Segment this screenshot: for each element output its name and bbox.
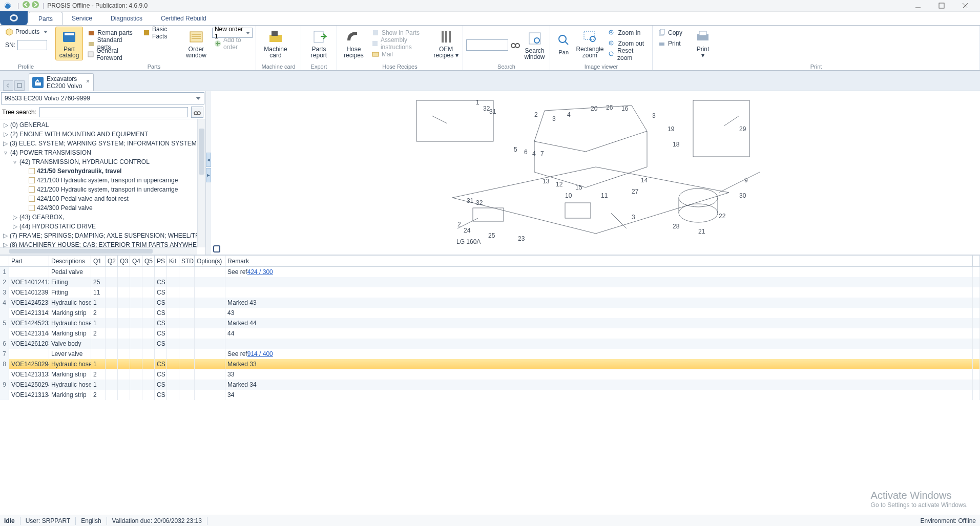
table-row[interactable]: 9VOE14250294Hydraulic hose1CSMarked 34	[0, 380, 980, 390]
svg-point-53	[197, 112, 200, 115]
table-row[interactable]: 1Pedal valveSee ref 424 / 300	[0, 267, 980, 277]
tab-tool-list[interactable]	[14, 80, 25, 91]
maximize-button[interactable]	[930, 0, 953, 11]
col-q3[interactable]: Q3	[118, 256, 130, 266]
table-row[interactable]: VOE14213133Marking strip2CS33	[0, 369, 980, 380]
col-std[interactable]: STD	[179, 256, 195, 266]
image-viewer[interactable]: 13231 234 202616 31918 5647 29930 222128…	[211, 91, 980, 255]
svg-point-44	[609, 52, 613, 56]
grid-body[interactable]: 1Pedal valveSee ref 424 / 3002VOE1401241…	[0, 267, 980, 515]
tree-item[interactable]: ▿(4) POWER TRANSMISSION	[0, 148, 197, 157]
col-q5[interactable]: Q5	[142, 256, 155, 266]
tree-vscroll[interactable]	[197, 119, 205, 247]
tree-item[interactable]: ▷(2) ENGINE WITH MOUNTING AND EQUIPMENT	[0, 130, 197, 139]
tab-diagnostics[interactable]: Diagnostics	[101, 12, 152, 25]
nav-forward-icon[interactable]	[31, 1, 39, 10]
tree-item[interactable]: ▿(42) TRANSMISSION, HYDRAULIC CONTROL	[0, 157, 197, 166]
tree-item[interactable]: 424/100 Pedal valve and foot rest	[0, 194, 197, 203]
tree-item[interactable]: 421/100 Hydraulic system, transport in u…	[0, 176, 197, 185]
nav-back-icon[interactable]	[22, 1, 30, 10]
col-q2[interactable]: Q2	[106, 256, 118, 266]
sn-input[interactable]	[17, 40, 47, 50]
machine-card-button[interactable]: Machinecard	[259, 27, 292, 60]
plus-icon	[214, 39, 221, 48]
splitter-collapse-right-icon[interactable]: ►	[206, 168, 211, 182]
tab-certified-rebuild[interactable]: Certified Rebuild	[152, 12, 216, 25]
svg-text:16: 16	[621, 105, 629, 112]
binoculars-icon[interactable]	[510, 39, 520, 51]
hose-recipes-button[interactable]: Hoserecipes	[340, 27, 367, 60]
zoom-in-button[interactable]: Zoom In	[606, 28, 649, 38]
corner-checkbox[interactable]	[213, 245, 220, 253]
table-row[interactable]: VOE14213143Marking strip2CS43	[0, 308, 980, 318]
close-button[interactable]	[953, 0, 977, 11]
table-row[interactable]: VOE14213144Marking strip2CS44	[0, 328, 980, 339]
tree-item[interactable]: ▷(0) GENERAL	[0, 120, 197, 130]
foreword-icon	[87, 50, 94, 58]
pan-button[interactable]: Pan	[553, 27, 574, 60]
search-window-button[interactable]: Searchwindow	[523, 28, 547, 62]
copy-button[interactable]: Copy	[656, 28, 684, 38]
tree-item[interactable]: 421/50 Servohydraulik, travel	[0, 166, 197, 176]
parts-report-button[interactable]: Partsreport	[304, 27, 333, 60]
tree-item[interactable]: ▷(7) FRAME; SPRINGS; DAMPING; AXLE SUSPE…	[0, 231, 197, 240]
tree-hscroll[interactable]	[0, 247, 197, 255]
tree-item[interactable]: 424/300 Pedal valve	[0, 203, 197, 213]
reset-zoom-button[interactable]: Reset zoom	[606, 49, 649, 59]
col-ps[interactable]: PS	[155, 256, 167, 266]
tree-pane: 99533 EC200 Volvo 2760-9999 Tree search:…	[0, 91, 206, 255]
table-row[interactable]: VOE14213134Marking strip2CS34	[0, 390, 980, 400]
tree-item[interactable]: ▷(43) GEARBOX,	[0, 213, 197, 222]
table-row[interactable]: 8VOE14250294Hydraulic hose1CSMarked 33	[0, 359, 980, 369]
col-opts[interactable]: Option(s)	[195, 256, 225, 266]
table-row[interactable]: 4VOE14245233Hydraulic hose1CSMarked 43	[0, 298, 980, 308]
col-desc[interactable]: Descriptions	[49, 256, 91, 266]
table-row[interactable]: 2VOE14012413Fitting25CS	[0, 277, 980, 287]
rectangle-zoom-button[interactable]: Rectanglezoom	[576, 27, 603, 60]
tree-search-button[interactable]	[191, 107, 203, 118]
products-dropdown[interactable]: Products	[3, 27, 49, 37]
minimize-button[interactable]	[906, 0, 930, 11]
svg-rect-51	[35, 82, 41, 86]
tree-item[interactable]: ▷(8) MACHINERY HOUSE; CAB; EXTERIOR TRIM…	[0, 240, 197, 247]
tab-service[interactable]: Service	[62, 12, 101, 25]
col-q4[interactable]: Q4	[130, 256, 142, 266]
col-q1[interactable]: Q1	[91, 256, 106, 266]
ref-link[interactable]: 424 / 300	[247, 268, 273, 276]
order-window-button[interactable]: Orderwindow	[182, 27, 210, 60]
document-tab[interactable]: ExcavatorsEC200 Volvo ×	[29, 73, 94, 91]
col-remark[interactable]: Remark	[225, 256, 973, 266]
ref-link[interactable]: 914 / 400	[247, 350, 273, 357]
svg-text:30: 30	[739, 192, 746, 199]
export-icon	[311, 29, 327, 45]
search-input[interactable]	[466, 39, 508, 51]
tab-parts[interactable]: Parts	[29, 12, 62, 25]
model-selector[interactable]: 99533 EC200 Volvo 2760-9999	[1, 92, 204, 104]
part-catalog-button[interactable]: Partcatalog	[55, 27, 83, 60]
splitter[interactable]: ◄ ►	[206, 91, 211, 255]
tab-tool-prev[interactable]	[3, 80, 13, 91]
basic-facts-button[interactable]: Basic Facts	[141, 28, 180, 38]
tree-item[interactable]: ▷(44) HYDROSTATIC DRIVE	[0, 222, 197, 231]
tree-item[interactable]: ▷(3) ELEC. SYSTEM; WARNING SYSTEM; INFOR…	[0, 139, 197, 148]
table-row[interactable]: 3VOE14012391Fitting11CS	[0, 287, 980, 298]
tree-item[interactable]: 421/200 Hydraulic system, transport in u…	[0, 185, 197, 194]
svg-text:31: 31	[467, 197, 474, 204]
col-kit[interactable]: Kit	[167, 256, 179, 266]
oem-recipes-button[interactable]: OEMrecipes ▾	[432, 27, 460, 60]
tab-close-icon[interactable]: ×	[84, 78, 91, 85]
col-part[interactable]: Part	[9, 256, 49, 266]
table-row[interactable]: 5VOE14245233Hydraulic hose1CSMarked 44	[0, 318, 980, 328]
app-menu-button[interactable]	[0, 11, 28, 25]
tree[interactable]: ▷(0) GENERAL▷(2) ENGINE WITH MOUNTING AN…	[0, 119, 197, 247]
print-small-button[interactable]: Print	[656, 38, 684, 49]
svg-rect-37	[584, 31, 594, 39]
print-button[interactable]: Print▾	[686, 27, 719, 60]
splitter-collapse-left-icon[interactable]: ◄	[206, 153, 211, 167]
svg-text:32: 32	[476, 199, 483, 206]
tree-search-input[interactable]	[39, 107, 188, 117]
table-row[interactable]: 6VOE14261203Valve bodyCS	[0, 339, 980, 349]
table-row[interactable]: 7Lever valveSee ref 914 / 400	[0, 349, 980, 359]
status-env: Environment: Offline	[921, 517, 976, 524]
general-foreword-button[interactable]: General Foreword	[85, 49, 139, 59]
